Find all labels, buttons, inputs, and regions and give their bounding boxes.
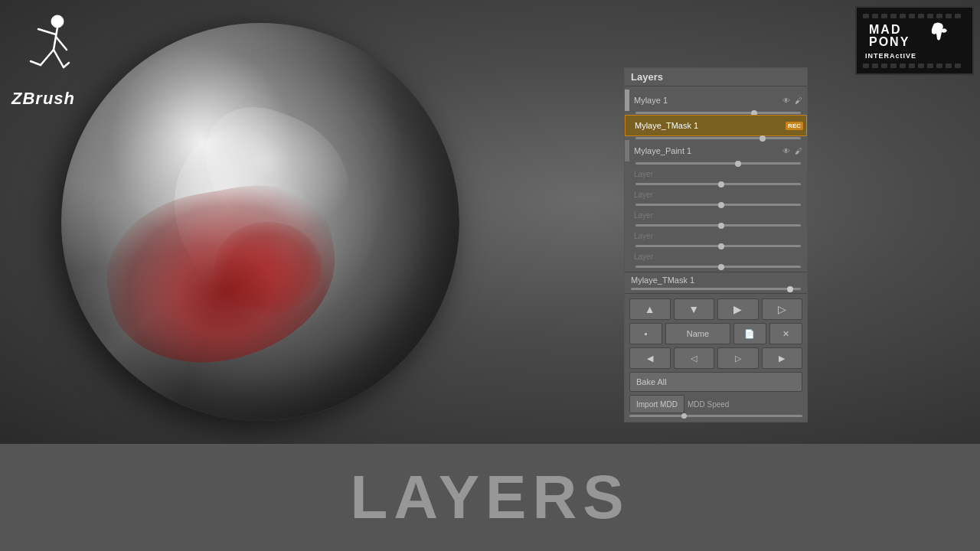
extra-btn-1[interactable]: ◀ [629, 347, 671, 369]
square-icon-button[interactable]: ▪ [629, 323, 662, 344]
svg-rect-12 [890, 14, 897, 18]
action-btn-row: ▪ Name 📄 ✕ [629, 323, 802, 344]
svg-rect-13 [900, 14, 906, 18]
mad-pony-icon: MAD PONY INTERActIVE [861, 12, 969, 70]
extra-btn-4[interactable]: ▶ [762, 347, 803, 369]
empty-slider-1[interactable] [635, 183, 801, 185]
svg-text:PONY: PONY [869, 35, 910, 48]
empty-layer-2[interactable]: Layer [625, 186, 807, 203]
empty-layer-name-4: Layer [634, 232, 804, 240]
move-down-button[interactable]: ▼ [674, 298, 715, 320]
mdd-speed-label: MDD Speed [688, 400, 729, 409]
svg-rect-24 [900, 64, 906, 68]
empty-slider-5[interactable] [635, 266, 801, 268]
bake-all-button[interactable]: Bake All [629, 372, 802, 392]
swirl-2 [183, 93, 369, 260]
layer-slider-tmask[interactable] [635, 137, 801, 139]
svg-line-7 [64, 63, 69, 67]
zbrush-text-label: ZBrush [11, 89, 134, 109]
selected-layer-display-name: Mylaye_TMask 1 [631, 276, 801, 285]
import-mdd-button[interactable]: Import MDD [629, 395, 684, 413]
empty-layer-4[interactable]: Layer [625, 227, 807, 244]
svg-rect-9 [863, 14, 869, 18]
red-highlight [214, 222, 322, 314]
empty-layer-name-2: Layer [634, 191, 804, 199]
layer-icons-tmask: REC [786, 122, 803, 130]
svg-rect-16 [927, 14, 933, 18]
mdd-speed-slider[interactable] [629, 415, 802, 417]
svg-rect-30 [955, 64, 961, 68]
eye-icon[interactable]: 👁 [781, 95, 792, 106]
svg-rect-14 [909, 14, 915, 18]
svg-rect-17 [936, 14, 942, 18]
layer-icons-paint: 👁 🖌 [781, 145, 804, 156]
name-button[interactable]: Name [665, 323, 730, 344]
empty-layer-3[interactable]: Layer [625, 207, 807, 223]
layers-title: LAYERS [350, 462, 629, 533]
empty-slider-2[interactable] [635, 204, 801, 206]
mad-pony-logo: MAD PONY INTERActIVE [855, 6, 974, 75]
layer-name-paint: Mylaye_Paint 1 [634, 146, 778, 155]
layer-selected-indicator [625, 90, 629, 111]
svg-line-2 [38, 29, 56, 34]
selected-layer-slider-thumb [787, 286, 793, 292]
copy-button[interactable]: 📄 [733, 323, 766, 344]
svg-text:INTERActIVE: INTERActIVE [865, 52, 916, 60]
empty-layer-name-3: Layer [634, 211, 804, 220]
svg-rect-23 [890, 64, 897, 68]
svg-rect-20 [863, 64, 869, 68]
layer-item-mylaye1[interactable]: Mylaye 1 👁 🖌 [625, 90, 807, 111]
move-up-button[interactable]: ▲ [629, 298, 671, 320]
arrow-btn-row: ▲ ▼ ▶ ▷ [629, 298, 802, 320]
svg-text:MAD: MAD [869, 23, 901, 36]
layer-slider-paint[interactable] [635, 162, 801, 165]
layer-icons-mylaye1: 👁 🖌 [781, 95, 804, 106]
eye-icon-paint[interactable]: 👁 [781, 145, 792, 156]
layer-indicator-paint [625, 140, 629, 161]
bottom-bar: LAYERS [0, 444, 980, 551]
empty-layer-1[interactable]: Layer [625, 165, 807, 182]
svg-line-5 [54, 50, 64, 67]
svg-point-0 [51, 15, 64, 28]
mdd-slider-row [629, 415, 802, 417]
svg-line-4 [41, 50, 54, 65]
empty-slider-row-5 [625, 265, 807, 269]
svg-rect-27 [927, 64, 933, 68]
empty-layer-5[interactable]: Layer [625, 248, 807, 265]
selected-layer-info: Mylaye_TMask 1 [625, 272, 807, 294]
selected-layer-slider-row [631, 288, 801, 290]
rec-badge: REC [786, 122, 803, 130]
delete-button[interactable]: ✕ [769, 323, 802, 344]
panel-title: Layers [631, 71, 663, 83]
layer-item-tmask[interactable]: Mylaye_TMask 1 REC [625, 115, 807, 136]
empty-slider-4[interactable] [635, 245, 801, 247]
svg-line-3 [56, 37, 67, 50]
svg-rect-28 [936, 64, 942, 68]
svg-rect-11 [881, 14, 887, 18]
extra-btn-3[interactable]: ▷ [717, 347, 759, 369]
selected-layer-slider[interactable] [631, 288, 801, 290]
layer-item-paint[interactable]: Mylaye_Paint 1 👁 🖌 [625, 140, 807, 161]
panel-header: Layers [625, 68, 807, 86]
layer-slider-mylaye1[interactable] [635, 112, 801, 114]
svg-rect-19 [955, 14, 961, 18]
mdd-speed-slider-thumb [681, 413, 687, 419]
extra-btn-2[interactable]: ◁ [674, 347, 715, 369]
brush-icon-paint[interactable]: 🖌 [793, 145, 804, 156]
svg-rect-21 [872, 64, 878, 68]
svg-rect-26 [918, 64, 924, 68]
layer-name-tmask: Mylaye_TMask 1 [635, 121, 782, 130]
main-canvas: ZBrush [0, 0, 980, 444]
empty-layer-name-5: Layer [634, 253, 804, 261]
move-right-button[interactable]: ▶ [717, 298, 759, 320]
layers-list: Mylaye 1 👁 🖌 Mylaye_TMask 1 REC [625, 86, 807, 272]
zbrush-figure-icon [11, 8, 88, 84]
layer-name-mylaye1: Mylaye 1 [634, 96, 778, 105]
empty-slider-thumb-5 [718, 264, 724, 270]
import-mdd-row: Import MDD MDD Speed [629, 395, 802, 413]
move-right2-button[interactable]: ▷ [762, 298, 803, 320]
buttons-area: ▲ ▼ ▶ ▷ ▪ Name 📄 ✕ ◀ ◁ ▷ ▶ Bake All [625, 294, 807, 422]
svg-rect-18 [946, 14, 952, 18]
empty-slider-3[interactable] [635, 224, 801, 227]
brush-icon[interactable]: 🖌 [793, 95, 804, 106]
